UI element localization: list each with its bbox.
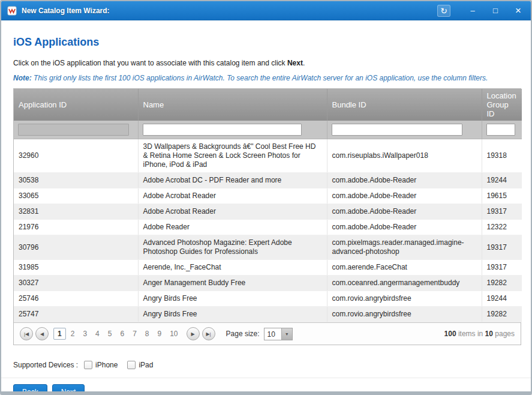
- cell-name: Adobe Acrobat Reader: [138, 188, 327, 204]
- applications-table: Application ID Name Bundle ID Location G…: [14, 89, 522, 322]
- pager-page-5[interactable]: 5: [104, 328, 116, 339]
- table-row[interactable]: 32831Adobe Acrobat Readercom.adobe.Adobe…: [14, 204, 522, 220]
- grid-body: 329603D Wallpapers & Backgrounds â€" Coo…: [14, 139, 522, 322]
- cell-name: Anger Management Buddy Free: [138, 276, 327, 291]
- note-body: This grid only lists the first 100 iOS a…: [32, 74, 488, 82]
- table-row[interactable]: 31985Aerende, Inc._FaceChatcom.aerende.F…: [14, 260, 522, 276]
- pager-page-8[interactable]: 8: [142, 328, 153, 339]
- cell-name: Angry Birds Free: [138, 291, 327, 307]
- col-header-bundle-id[interactable]: Bundle ID: [327, 89, 482, 121]
- applications-grid: Application ID Name Bundle ID Location G…: [13, 88, 521, 345]
- pager-page-1[interactable]: 1: [53, 328, 66, 340]
- pager-prev-button[interactable]: ◀: [35, 327, 49, 340]
- filter-location-group-id-input[interactable]: [486, 124, 515, 136]
- window-controls: ↻ – □ ×: [437, 5, 525, 17]
- filter-application-id-input[interactable]: [18, 124, 129, 136]
- col-header-name[interactable]: Name: [138, 89, 327, 121]
- pager-pages: 12345678910: [53, 328, 182, 340]
- cell-app-id: 30796: [14, 235, 138, 260]
- pager-page-6[interactable]: 6: [116, 328, 128, 339]
- cell-name: Adobe Acrobat Reader: [138, 204, 327, 220]
- cell-app-id: 33065: [14, 188, 138, 204]
- pager-page-10[interactable]: 10: [166, 328, 181, 339]
- cell-bundle-id: com.adobe.Adobe-Reader: [327, 188, 482, 204]
- table-row[interactable]: 25746Angry Birds Freecom.rovio.angrybird…: [14, 291, 522, 307]
- pager-page-3[interactable]: 3: [79, 328, 91, 339]
- cell-name: Advanced Photoshop Magazine: Expert Adob…: [138, 235, 327, 260]
- table-row[interactable]: 329603D Wallpapers & Backgrounds â€" Coo…: [14, 139, 522, 173]
- pager: |◀ ◀ 12345678910 ▶ ▶| Page size: 10 ▼ 10…: [14, 322, 521, 345]
- cell-location-group-id: 19318: [482, 139, 522, 173]
- cell-location-group-id: 19615: [482, 188, 522, 204]
- device-label: iPhone: [95, 361, 118, 369]
- table-row[interactable]: 33065Adobe Acrobat Readercom.adobe.Adobe…: [14, 188, 522, 204]
- pager-page-2[interactable]: 2: [67, 328, 79, 339]
- table-row[interactable]: 25747Angry Birds Freecom.rovio.angrybird…: [14, 307, 522, 322]
- cell-bundle-id: com.rovio.angrybirdsfree: [327, 291, 482, 307]
- back-button[interactable]: Back: [13, 384, 47, 391]
- maximize-icon[interactable]: □: [489, 5, 502, 17]
- checkbox-iphone[interactable]: [84, 361, 92, 369]
- cell-name: 3D Wallpapers & Backgrounds â€" Cool Bes…: [138, 139, 327, 173]
- table-row[interactable]: 30327Anger Management Buddy Freecom.ocea…: [14, 276, 522, 291]
- table-row[interactable]: 30796Advanced Photoshop Magazine: Expert…: [14, 235, 522, 260]
- col-header-location-group-id[interactable]: Location Group ID: [482, 89, 522, 121]
- table-row[interactable]: 21976Adobe Readercom.adobe.Adobe-Reader1…: [14, 220, 522, 235]
- cell-bundle-id: com.adobe.Adobe-Reader: [327, 220, 482, 235]
- content: iOS Applications Click on the iOS applic…: [1, 20, 531, 391]
- cell-app-id: 30327: [14, 276, 138, 291]
- window-title: New Catalog Item Wizard:: [22, 7, 110, 15]
- chevron-down-icon[interactable]: ▼: [281, 328, 292, 340]
- table-row[interactable]: 30538Adobe Acrobat DC - PDF Reader and m…: [14, 173, 522, 188]
- pager-last-button[interactable]: ▶|: [202, 327, 215, 340]
- filter-cell-bundle-id: [327, 121, 482, 139]
- pager-page-7[interactable]: 7: [129, 328, 140, 339]
- cell-name: Adobe Reader: [138, 220, 327, 235]
- pager-page-9[interactable]: 9: [154, 328, 166, 339]
- supported-devices: Supported Devices : iPhoneiPad: [13, 361, 519, 369]
- cell-location-group-id: 19317: [482, 260, 522, 276]
- minimize-icon[interactable]: –: [466, 5, 479, 17]
- pager-first-button[interactable]: |◀: [20, 327, 33, 340]
- footer-buttons: Back Next: [13, 384, 519, 391]
- filter-cell-application-id: [14, 121, 138, 139]
- cell-app-id: 30538: [14, 173, 138, 188]
- filter-cell-name: [138, 121, 327, 139]
- next-button[interactable]: Next: [52, 384, 85, 391]
- cell-app-id: 32831: [14, 204, 138, 220]
- filter-name-input[interactable]: [143, 124, 302, 136]
- cell-location-group-id: 12322: [482, 220, 522, 235]
- refresh-icon[interactable]: ↻: [437, 5, 450, 17]
- cell-name: Angry Birds Free: [138, 307, 327, 322]
- cell-location-group-id: 19244: [482, 291, 522, 307]
- pager-page-4[interactable]: 4: [92, 328, 103, 339]
- device-label: iPad: [139, 361, 153, 369]
- pager-summary: 100 items in 10 pages: [444, 330, 515, 338]
- pages-count: 10: [485, 330, 493, 338]
- checkbox-ipad[interactable]: [127, 361, 136, 369]
- col-header-application-id[interactable]: Application ID: [14, 89, 138, 121]
- footer-divider: [1, 378, 531, 378]
- cell-app-id: 25746: [14, 291, 138, 307]
- pager-next-button[interactable]: ▶: [187, 327, 200, 340]
- close-icon[interactable]: ×: [512, 5, 525, 17]
- cell-bundle-id: com.pixelmags.reader.managed.imagine-adv…: [327, 235, 482, 260]
- instruction-prefix: Click on the iOS application that you wa…: [13, 59, 287, 67]
- cell-bundle-id: com.adobe.Adobe-Reader: [327, 173, 482, 188]
- summary-suffix: pages: [493, 330, 515, 338]
- cell-name: Adobe Acrobat DC - PDF Reader and more: [138, 173, 327, 188]
- cell-app-id: 25747: [14, 307, 138, 322]
- instruction-suffix: .: [303, 59, 305, 67]
- items-count: 100: [444, 330, 456, 338]
- page-size-dropdown[interactable]: 10 ▼: [264, 328, 293, 340]
- note-label: Note:: [13, 74, 32, 82]
- cell-bundle-id: com.aerende.FaceChat: [327, 260, 482, 276]
- page-size-label: Page size:: [226, 330, 260, 338]
- summary-mid: items in: [456, 330, 485, 338]
- cell-app-id: 32960: [14, 139, 138, 173]
- note-text: Note: This grid only lists the first 100…: [13, 74, 519, 82]
- cell-location-group-id: 19317: [482, 235, 522, 260]
- filter-bundle-id-input[interactable]: [332, 124, 462, 136]
- page-size: Page size: 10 ▼: [226, 328, 293, 340]
- cell-app-id: 21976: [14, 220, 138, 235]
